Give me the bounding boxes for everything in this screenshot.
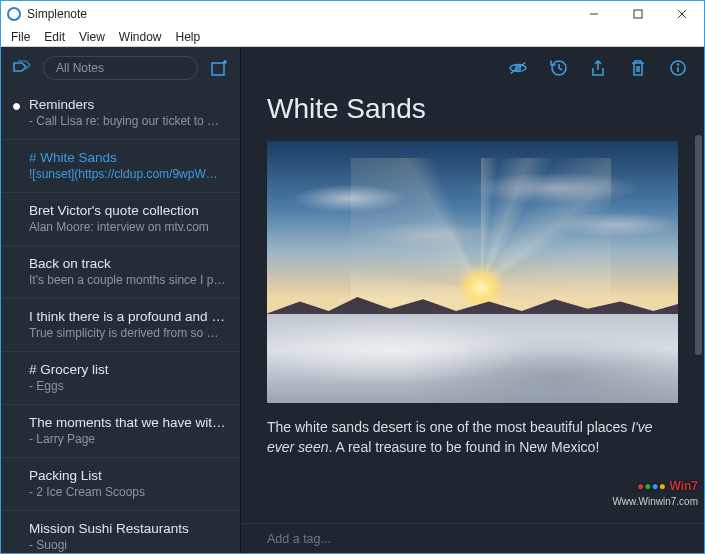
note-title: # White Sands <box>29 150 226 165</box>
scrollbar-track[interactable] <box>695 135 702 489</box>
editor-toolbar <box>241 47 704 89</box>
note-body: The white sands desert is one of the mos… <box>267 417 678 458</box>
search-placeholder: All Notes <box>56 61 104 75</box>
note-preview: It's been a couple months since I posted… <box>29 273 226 287</box>
search-input[interactable]: All Notes <box>43 56 198 80</box>
note-title: Mission Sushi Restaurants <box>29 521 226 536</box>
list-separator <box>1 404 240 405</box>
watermark-url: Www.Winwin7.com <box>612 496 698 507</box>
list-separator <box>1 298 240 299</box>
list-separator <box>1 510 240 511</box>
note-preview: Alan Moore: interview on mtv.com <box>29 220 226 234</box>
close-button[interactable] <box>660 1 704 27</box>
svg-rect-1 <box>634 10 642 18</box>
note-title: Packing List <box>29 468 226 483</box>
menu-help[interactable]: Help <box>170 29 207 45</box>
svg-rect-4 <box>212 63 224 75</box>
note-title: I think there is a profound and end... <box>29 309 226 324</box>
list-separator <box>1 245 240 246</box>
sidebar-top: All Notes <box>1 47 240 89</box>
list-separator <box>1 351 240 352</box>
sidebar: All Notes Reminders - Call Lisa re: buyi… <box>1 47 241 553</box>
note-item[interactable]: # Grocery list - Eggs <box>1 354 240 402</box>
editor-content[interactable]: White Sands The white sands desert is on… <box>241 89 704 523</box>
note-item[interactable]: The moments that we have with fri... - L… <box>1 407 240 455</box>
note-preview: - 2 Ice Cream Scoops <box>29 485 226 499</box>
note-preview: - Larry Page <box>29 432 226 446</box>
list-separator <box>1 192 240 193</box>
titlebar: Simplenote <box>1 1 704 27</box>
window-frame: Simplenote File Edit View Window Help Al… <box>0 0 705 554</box>
history-icon[interactable] <box>548 58 568 78</box>
menubar: File Edit View Window Help <box>1 27 704 47</box>
note-title: Reminders <box>29 97 226 112</box>
note-image <box>267 141 678 403</box>
menu-view[interactable]: View <box>73 29 111 45</box>
tag-input[interactable]: Add a tag... <box>241 523 704 553</box>
note-title: Bret Victor's quote collection <box>29 203 226 218</box>
share-icon[interactable] <box>588 58 608 78</box>
note-item[interactable]: Back on track It's been a couple months … <box>1 248 240 296</box>
new-note-button[interactable] <box>208 57 230 79</box>
scrollbar-thumb[interactable] <box>695 135 702 355</box>
note-item[interactable]: # White Sands ![sunset](https://cldup.co… <box>1 142 240 190</box>
note-item[interactable]: Bret Victor's quote collection Alan Moor… <box>1 195 240 243</box>
maximize-button[interactable] <box>616 1 660 27</box>
menu-file[interactable]: File <box>5 29 36 45</box>
editor: White Sands The white sands desert is on… <box>241 47 704 553</box>
preview-toggle-icon[interactable] <box>508 58 528 78</box>
note-preview: True simplicity is derived from so much … <box>29 326 226 340</box>
note-title: The moments that we have with fri... <box>29 415 226 430</box>
trash-icon[interactable] <box>628 58 648 78</box>
note-body-text: . A real treasure to be found in New Mex… <box>328 439 599 455</box>
note-item[interactable]: Mission Sushi Restaurants - Suogi <box>1 513 240 553</box>
tag-placeholder: Add a tag... <box>267 532 331 546</box>
list-separator <box>1 139 240 140</box>
watermark-logo: ●●●● Win7 <box>637 479 698 493</box>
info-icon[interactable] <box>668 58 688 78</box>
tags-icon[interactable] <box>11 57 33 79</box>
note-body-text: The white sands desert is one of the mos… <box>267 419 631 435</box>
menu-window[interactable]: Window <box>113 29 168 45</box>
note-heading: White Sands <box>267 93 678 125</box>
minimize-button[interactable] <box>572 1 616 27</box>
note-title: # Grocery list <box>29 362 226 377</box>
watermark-brand: Win7 <box>669 479 698 493</box>
note-title: Back on track <box>29 256 226 271</box>
list-separator <box>1 457 240 458</box>
menu-edit[interactable]: Edit <box>38 29 71 45</box>
note-preview: - Call Lisa re: buying our ticket to Gre… <box>29 114 226 128</box>
note-preview: - Suogi <box>29 538 226 552</box>
note-list[interactable]: Reminders - Call Lisa re: buying our tic… <box>1 89 240 553</box>
app-icon <box>7 7 21 21</box>
note-preview: - Eggs <box>29 379 226 393</box>
pinned-dot-icon <box>13 103 20 110</box>
window-title: Simplenote <box>27 7 572 21</box>
svg-point-12 <box>678 64 679 65</box>
note-item[interactable]: I think there is a profound and end... T… <box>1 301 240 349</box>
note-preview: ![sunset](https://cldup.com/9wpWU84I3... <box>29 167 226 181</box>
note-item[interactable]: Packing List - 2 Ice Cream Scoops <box>1 460 240 508</box>
app-body: All Notes Reminders - Call Lisa re: buyi… <box>1 47 704 553</box>
note-item[interactable]: Reminders - Call Lisa re: buying our tic… <box>1 89 240 137</box>
